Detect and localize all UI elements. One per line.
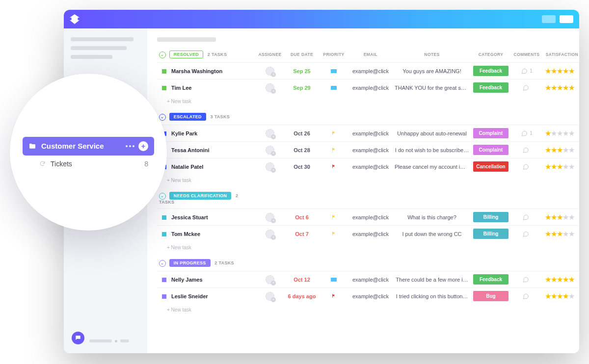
star-icon[interactable]: ★ [568,83,574,92]
task-row[interactable]: Tom Mckee Oct 7 example@click I put down… [157,226,579,242]
group-collapse-toggle[interactable]: ⌄ [159,52,166,58]
task-row[interactable]: Jessica Stuart Oct 6 example@click What … [157,209,579,226]
list-item-tickets[interactable]: Tickets 8 [23,156,154,168]
star-icon[interactable]: ★ [557,275,562,284]
task-row[interactable]: Kylie Park Oct 26 example@click Unhappy … [157,125,579,142]
star-icon[interactable]: ★ [562,230,568,238]
assignee-avatar[interactable] [266,230,274,238]
satisfaction-stars[interactable]: ★★★★★ [543,125,579,142]
star-icon[interactable]: ★ [557,292,562,300]
star-icon[interactable]: ★ [545,129,551,137]
task-status-bullet[interactable] [162,215,166,220]
star-icon[interactable]: ★ [545,230,551,238]
satisfaction-stars[interactable]: ★★★★★ [543,226,579,242]
task-row[interactable]: Marsha Washington Sep 25 example@click Y… [157,63,579,79]
task-row[interactable]: Tessa Antonini Oct 28 example@click I do… [157,142,579,158]
due-date[interactable]: Oct 28 [285,142,319,158]
assignee-avatar[interactable] [266,292,274,301]
star-icon[interactable]: ★ [551,213,557,221]
star-icon[interactable]: ★ [551,67,557,75]
assignee-avatar[interactable] [266,213,274,222]
star-icon[interactable]: ★ [568,129,574,137]
comments-cell[interactable] [512,293,541,300]
category-chip[interactable]: Feedback [473,66,509,76]
topbar-chip[interactable] [542,15,556,23]
topbar-chip-solid[interactable] [560,15,573,23]
star-icon[interactable]: ★ [545,162,551,171]
priority-flag-icon[interactable] [319,142,348,158]
due-date[interactable]: Oct 6 [285,209,319,226]
category-chip[interactable]: Billing [473,212,509,222]
chat-icon[interactable] [72,332,84,344]
star-icon[interactable]: ★ [557,146,562,154]
assignee-avatar[interactable] [266,67,274,76]
comments-cell[interactable] [512,147,541,154]
due-date[interactable]: Oct 26 [285,125,319,142]
task-row[interactable]: Tim Lee Sep 29 example@click THANK YOU f… [157,79,579,96]
star-icon[interactable]: ★ [545,67,551,75]
category-chip[interactable]: Feedback [473,274,509,285]
star-icon[interactable]: ★ [557,129,562,137]
priority-flag-icon[interactable] [319,271,348,288]
task-status-bullet[interactable] [162,69,166,74]
satisfaction-stars[interactable]: ★★★★★ [543,158,579,175]
comments-cell[interactable] [512,214,541,221]
category-chip[interactable]: Complaint [473,128,509,138]
priority-flag-icon[interactable] [319,226,348,242]
priority-flag-icon[interactable] [319,158,348,175]
comments-cell[interactable]: 1 [512,130,541,137]
group-collapse-toggle[interactable]: ⌄ [159,260,166,267]
satisfaction-stars[interactable]: ★★★★★ [543,63,579,79]
star-icon[interactable]: ★ [545,213,551,221]
star-icon[interactable]: ★ [551,292,557,300]
category-chip[interactable]: Bug [473,291,509,301]
group-status-pill[interactable]: ESCALATED [169,113,206,121]
task-row[interactable]: Natalie Patel Oct 30 example@click Pleas… [157,158,579,175]
priority-flag-icon[interactable] [319,125,348,142]
star-icon[interactable]: ★ [551,129,557,137]
star-icon[interactable]: ★ [568,230,574,238]
assignee-avatar[interactable] [266,129,274,138]
assignee-avatar[interactable] [266,275,274,284]
star-icon[interactable]: ★ [557,83,562,92]
priority-flag-icon[interactable] [319,288,348,305]
category-chip[interactable]: Billing [473,229,509,239]
category-chip[interactable]: Feedback [473,82,509,93]
star-icon[interactable]: ★ [562,83,568,92]
task-status-bullet[interactable] [162,294,166,299]
group-collapse-toggle[interactable]: ⌄ [159,193,166,200]
comments-cell[interactable]: 1 [512,68,541,75]
group-status-pill[interactable]: IN PROGRESS [169,259,211,267]
satisfaction-stars[interactable]: ★★★★★ [543,271,579,288]
star-icon[interactable]: ★ [568,275,574,284]
star-icon[interactable]: ★ [562,275,568,284]
star-icon[interactable]: ★ [551,230,557,238]
priority-flag-icon[interactable] [319,79,348,96]
comments-cell[interactable] [512,276,541,283]
satisfaction-stars[interactable]: ★★★★★ [543,288,579,305]
star-icon[interactable]: ★ [545,146,551,154]
star-icon[interactable]: ★ [562,162,568,171]
space-item-customer-service[interactable]: Customer Service + [23,137,154,156]
star-icon[interactable]: ★ [551,83,557,92]
star-icon[interactable]: ★ [557,213,562,221]
category-chip[interactable]: Cancellation [473,161,509,172]
star-icon[interactable]: ★ [545,275,551,284]
comments-cell[interactable] [512,231,541,237]
star-icon[interactable]: ★ [551,275,557,284]
comments-cell[interactable] [512,163,541,170]
due-date[interactable]: 6 days ago [285,288,319,305]
task-row[interactable]: Nelly James Oct 12 example@click There c… [157,271,579,288]
task-status-bullet[interactable] [162,278,166,282]
star-icon[interactable]: ★ [557,67,562,75]
due-date[interactable]: Sep 29 [285,79,319,96]
space-options-button[interactable] [126,145,134,147]
star-icon[interactable]: ★ [568,292,574,300]
star-icon[interactable]: ★ [551,146,557,154]
group-collapse-toggle[interactable]: ⌄ [159,114,166,121]
due-date[interactable]: Oct 12 [285,271,319,288]
priority-flag-icon[interactable] [319,63,348,79]
group-status-pill[interactable]: RESOLVED [169,51,203,58]
new-task-button[interactable]: + New task [157,304,579,313]
new-task-button[interactable]: + New task [157,96,579,105]
